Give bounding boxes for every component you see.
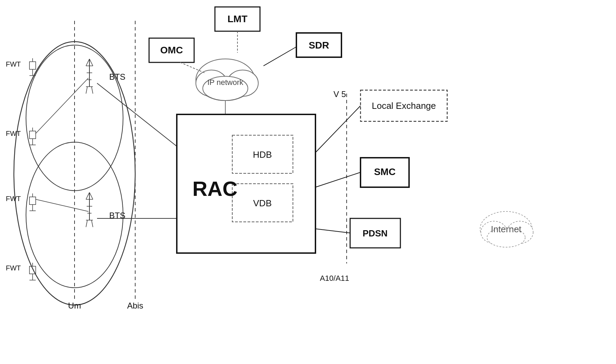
v5-label: V 5	[333, 89, 346, 99]
smc-label: SMC	[374, 166, 396, 177]
a10-a11-label: A10/A11	[320, 274, 349, 283]
lmt-label: LMT	[227, 14, 248, 24]
fwt3-label: FWT	[6, 195, 21, 202]
bts2-label: BTS	[109, 211, 125, 220]
bts1-label: BTS	[109, 72, 125, 81]
fwt4-label: FWT	[6, 264, 21, 272]
um-label: Um	[68, 301, 81, 310]
local-exchange-label: Local Exchange	[372, 101, 436, 111]
fwt2-label: FWT	[6, 130, 21, 137]
hdb-label: HDB	[253, 149, 272, 160]
fwt1-label: FWT	[6, 60, 21, 68]
abis-label: Abis	[127, 301, 144, 310]
sdr-label: SDR	[309, 40, 329, 51]
omc-label: OMC	[160, 45, 183, 55]
network-diagram: LMT OMC SDR IP network RAC HDB VDB Local…	[0, 0, 616, 364]
internet-label: Internet	[491, 224, 522, 234]
vdb-label: VDB	[253, 198, 271, 208]
ip-network-label: IP network	[207, 78, 244, 87]
pdsn-label: PDSN	[363, 228, 388, 239]
rac-label: RAC	[192, 177, 237, 200]
